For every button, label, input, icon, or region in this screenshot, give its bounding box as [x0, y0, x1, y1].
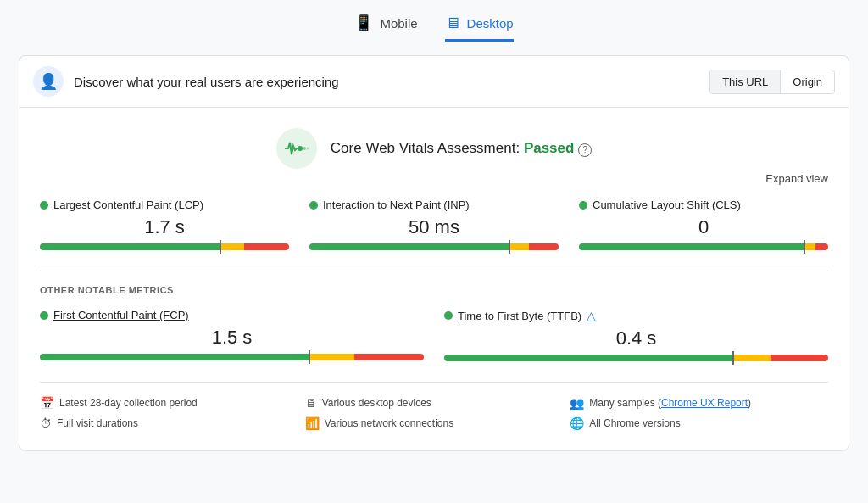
avatar-icon: 👤 — [33, 66, 64, 97]
footer-item-4: 📶 Various network connections — [305, 416, 564, 430]
url-origin-toggle: This URL Origin — [709, 70, 835, 94]
bar-green-inp — [309, 243, 509, 250]
bar-red-lcp — [244, 243, 289, 250]
desktop-tab-icon: 🖥 — [445, 14, 460, 32]
tab-mobile-label: Mobile — [380, 16, 417, 31]
footer-icon-2: 👥 — [570, 396, 584, 410]
metric-value-cls: 0 — [579, 216, 828, 238]
progress-bar-ttfb — [444, 355, 828, 361]
metric-link-cls[interactable]: Cumulative Layout Shift (CLS) — [593, 198, 741, 211]
footer-text-2: Many samples (Chrome UX Report) — [589, 397, 751, 409]
dot-cls — [579, 201, 587, 210]
other-metrics-label: OTHER NOTABLE METRICS — [40, 285, 828, 295]
origin-button[interactable]: Origin — [781, 70, 834, 93]
metric-value-lcp: 1.7 s — [40, 216, 289, 238]
bar-red-ttfb — [771, 355, 828, 361]
metric-lcp: Largest Contentful Paint (LCP) 1.7 s — [40, 198, 289, 250]
bar-green-cls — [579, 243, 804, 250]
svg-point-1 — [303, 147, 306, 150]
bar-red-inp — [529, 243, 559, 250]
metric-cls: Cumulative Layout Shift (CLS) 0 — [579, 198, 828, 250]
footer-item-3: ⏱ Full visit durations — [40, 416, 298, 430]
cwv-info-icon[interactable]: ? — [578, 143, 592, 157]
dot-fcp — [40, 311, 48, 320]
footer-item-1: 🖥 Various desktop devices — [305, 396, 564, 410]
metric-link-ttfb[interactable]: Time to First Byte (TTFB) — [458, 310, 581, 322]
tab-desktop[interactable]: 🖥 Desktop — [445, 14, 514, 42]
footer-icon-5: 🌐 — [570, 416, 584, 430]
tab-bar: 📱 Mobile 🖥 Desktop — [354, 14, 513, 42]
bar-indicator-fcp — [309, 350, 310, 364]
header-bar: 👤 Discover what your real users are expe… — [19, 55, 849, 107]
this-url-button[interactable]: This URL — [710, 70, 781, 93]
metric-label-inp: Interaction to Next Paint (INP) — [309, 198, 559, 211]
bar-green-lcp — [40, 243, 220, 250]
mobile-icon: 📱 — [354, 14, 373, 32]
bar-orange-fcp — [309, 354, 354, 360]
metric-ttfb: Time to First Byte (TTFB) △ 0.4 s — [444, 309, 828, 361]
bar-green-ttfb — [444, 355, 732, 361]
footer-icon-0: 📅 — [40, 396, 54, 410]
header-title: Discover what your real users are experi… — [74, 75, 339, 89]
section-divider — [40, 271, 828, 271]
footer-icon-4: 📶 — [305, 416, 320, 430]
metric-link-inp[interactable]: Interaction to Next Paint (INP) — [323, 198, 470, 211]
footer-text-1: Various desktop devices — [322, 397, 431, 409]
dot-ttfb — [444, 311, 453, 320]
header-left: 👤 Discover what your real users are expe… — [33, 66, 339, 97]
dot-inp — [309, 201, 318, 210]
metric-link-fcp[interactable]: First Contentful Paint (FCP) — [53, 309, 189, 321]
progress-bar-lcp — [40, 243, 289, 250]
metric-label-lcp: Largest Contentful Paint (LCP) — [40, 198, 289, 211]
svg-point-0 — [298, 146, 303, 151]
footer-item-2: 👥 Many samples (Chrome UX Report) — [570, 396, 828, 410]
cwv-status: Passed — [524, 140, 575, 156]
footer-item-5: 🌐 All Chrome versions — [570, 416, 828, 430]
core-metrics-grid: Largest Contentful Paint (LCP) 1.7 s Int… — [40, 198, 828, 250]
metric-value-fcp: 1.5 s — [40, 327, 424, 349]
bar-red-cls — [815, 243, 828, 250]
progress-bar-cls — [579, 243, 828, 250]
expand-view-button[interactable]: Expand view — [40, 172, 828, 185]
progress-bar-inp — [309, 243, 559, 250]
metric-link-lcp[interactable]: Largest Contentful Paint (LCP) — [53, 198, 203, 211]
bar-orange-inp — [509, 243, 529, 250]
footer-item-0: 📅 Latest 28-day collection period — [40, 396, 298, 410]
info-footer: 📅 Latest 28-day collection period 🖥 Vari… — [40, 382, 828, 430]
main-card: Core Web Vitals Assessment: Passed ? Exp… — [19, 107, 849, 451]
bar-indicator-cls — [804, 240, 805, 254]
bar-green-fcp — [40, 354, 309, 360]
footer-text-4: Various network connections — [325, 417, 454, 429]
metric-label-cls: Cumulative Layout Shift (CLS) — [579, 198, 828, 211]
other-metrics-grid: First Contentful Paint (FCP) 1.5 s Time … — [40, 309, 828, 361]
metric-value-inp: 50 ms — [309, 216, 559, 238]
footer-text-0: Latest 28-day collection period — [59, 397, 198, 409]
bar-orange-lcp — [220, 243, 244, 250]
footer-icon-3: ⏱ — [40, 416, 52, 430]
bar-indicator-inp — [509, 240, 510, 254]
tab-desktop-label: Desktop — [467, 16, 514, 31]
footer-text-5: All Chrome versions — [589, 417, 680, 429]
bar-indicator-ttfb — [732, 351, 734, 365]
svg-point-2 — [306, 148, 309, 150]
bar-orange-cls — [804, 243, 816, 250]
metric-label-ttfb: Time to First Byte (TTFB) △ — [444, 309, 828, 322]
metric-label-fcp: First Contentful Paint (FCP) — [40, 309, 424, 321]
cwv-icon — [276, 128, 317, 169]
progress-bar-fcp — [40, 354, 424, 360]
dot-lcp — [40, 201, 48, 210]
metric-inp: Interaction to Next Paint (INP) 50 ms — [309, 198, 559, 250]
metric-fcp: First Contentful Paint (FCP) 1.5 s — [40, 309, 424, 361]
footer-text-3: Full visit durations — [57, 417, 138, 429]
cwv-header: Core Web Vitals Assessment: Passed ? — [40, 128, 828, 169]
footer-icon-1: 🖥 — [305, 396, 317, 410]
footer-link-2[interactable]: Chrome UX Report — [661, 397, 748, 409]
metric-value-ttfb: 0.4 s — [444, 327, 828, 349]
experimental-icon: △ — [587, 309, 596, 322]
cwv-title: Core Web Vitals Assessment: Passed ? — [331, 140, 592, 157]
tab-mobile[interactable]: 📱 Mobile — [354, 14, 417, 42]
bar-orange-ttfb — [732, 355, 771, 361]
bar-indicator-lcp — [220, 240, 221, 254]
bar-red-fcp — [354, 354, 424, 360]
